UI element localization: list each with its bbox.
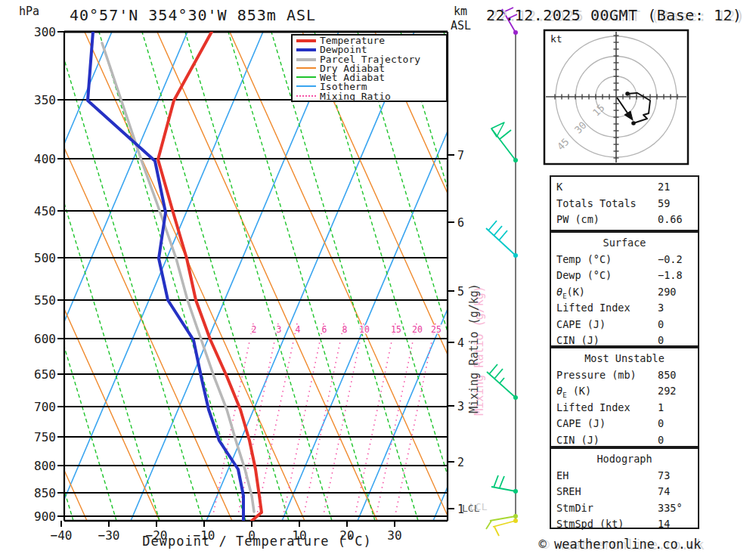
table-section-surface: SurfaceTemp (°C)−0.2Dewp (°C)−1.8θE(K)29… (550, 231, 699, 347)
table-row-value: 0 (658, 432, 664, 449)
pressure-grid: 300350400450500550600650700750800850900−… (34, 25, 464, 543)
table-section: K21Totals Totals59PW (cm)0.66 (550, 175, 699, 231)
table-row: EH73 (551, 468, 698, 484)
table-row-label: PW (cm) (556, 212, 600, 228)
table-row-value: 73 (658, 468, 670, 484)
svg-text:20: 20 (412, 324, 423, 335)
table-row-value: 0.66 (658, 212, 683, 228)
table-row: PW (cm)0.66 (551, 212, 698, 228)
table-row-label: CIN (J) (556, 432, 600, 449)
svg-text:10: 10 (359, 324, 370, 335)
dewpoint-curve (88, 32, 243, 521)
legend-swatch (296, 95, 316, 97)
svg-text:6: 6 (322, 324, 327, 335)
table-row-value: 335° (658, 500, 683, 517)
mixing-ratio-axis-label: Mixing Ratio (g/kg) (467, 250, 481, 447)
table-row-label: Totals Totals (556, 196, 637, 212)
legend-swatch (296, 39, 316, 42)
table-row-label: Lifted Index (556, 400, 631, 416)
table-row: Dewp (°C)−1.8 (551, 268, 698, 284)
legend-item-wet-adiabat: Wet Adiabat (293, 73, 446, 82)
svg-text:7: 7 (457, 149, 464, 162)
svg-text:400: 400 (34, 152, 56, 166)
table-row-label: Temp (°C) (556, 252, 612, 268)
svg-text:3: 3 (277, 324, 282, 335)
table-section-hodograph: HodographEH73SREH74StmDir335°StmSpd (kt)… (550, 447, 699, 529)
lcl-marker: LCL (462, 503, 479, 514)
svg-text:8: 8 (342, 324, 348, 335)
svg-text:4: 4 (296, 324, 301, 335)
svg-text:600: 600 (34, 332, 56, 346)
table-row-value: 0 (658, 317, 664, 333)
svg-text:4: 4 (457, 336, 464, 350)
table-row-value: −0.2 (658, 252, 683, 268)
table-row-value: 850 (658, 367, 676, 384)
legend-item-temperature: Temperature (293, 36, 446, 45)
svg-text:2: 2 (252, 324, 257, 335)
page-title: 40°57'N 354°30'W 853m ASL (70, 6, 316, 24)
table-row-label: K (556, 179, 562, 196)
table-row-label: CAPE (J) (556, 317, 606, 333)
table-section-header: Hodograph (551, 451, 698, 468)
svg-text:300: 300 (34, 25, 56, 39)
svg-text:850: 850 (34, 486, 56, 500)
table-row-label: SREH (556, 484, 581, 500)
table-row: Totals Totals59 (551, 196, 698, 212)
table-row-value: 59 (658, 196, 670, 212)
table-row: K21 (551, 179, 698, 196)
copyright-watermark: © weatheronline.co.uk (495, 537, 745, 552)
legend-swatch (296, 85, 316, 87)
table-row-label: EH (556, 468, 569, 484)
svg-text:25: 25 (431, 324, 442, 335)
sounding-curves (88, 32, 262, 521)
wind-barb (493, 518, 518, 536)
svg-text:5: 5 (457, 285, 464, 299)
pressure-unit-label: hPa (19, 5, 39, 18)
table-section-header: Most Unstable (551, 351, 698, 367)
table-row-label: StmDir (556, 500, 593, 517)
svg-text:15: 15 (391, 324, 401, 335)
table-row-label: CAPE (J) (556, 416, 606, 432)
svg-text:900: 900 (34, 509, 56, 524)
svg-text:2: 2 (457, 456, 464, 469)
svg-text:350: 350 (34, 93, 56, 107)
legend-box: TemperatureDewpointParcel TrajectoryDry … (291, 34, 448, 102)
svg-text:800: 800 (34, 459, 56, 473)
wind-barb (487, 364, 518, 400)
table-row-value: 14 (658, 516, 670, 533)
table-row: SREH74 (551, 484, 698, 500)
table-row-value: 74 (658, 484, 670, 500)
table-row-label: Lifted Index (556, 300, 631, 317)
table-row: CIN (J)0 (551, 432, 698, 449)
table-row: CAPE (J)0 (551, 416, 698, 432)
hodograph-unit-label: kt (550, 33, 562, 45)
table-row-label: Pressure (mb) (556, 367, 637, 384)
table-section-most-unstable: Most UnstablePressure (mb)850θE (K)292Li… (550, 347, 699, 447)
legend-item-mixing-ratio: Mixing Ratio (293, 91, 446, 101)
table-row-value: 1 (658, 400, 664, 416)
svg-text:650: 650 (34, 367, 56, 382)
legend-swatch (296, 58, 316, 61)
wind-barb (486, 221, 518, 258)
table-row: Lifted Index3 (551, 300, 698, 317)
wind-barb-column (486, 8, 518, 536)
table-row: StmDir335° (551, 500, 698, 517)
run-date-label: 22.12.2025 00GMT (Base: 12) (486, 6, 742, 24)
table-row: Pressure (mb)850 (551, 367, 698, 384)
temperature-curve (158, 32, 262, 521)
svg-text:450: 450 (34, 204, 56, 218)
svg-text:700: 700 (34, 400, 56, 414)
svg-text:3: 3 (457, 400, 464, 413)
table-row: θE(K)290 (551, 284, 698, 301)
table-row-label: Dewp (°C) (556, 268, 612, 284)
table-row: CAPE (J)0 (551, 317, 698, 333)
asl-axis-label: ASL (451, 19, 471, 32)
mixing-ratio-labels: 2346810152025 (252, 324, 442, 335)
table-section-header: Surface (551, 235, 698, 252)
table-row-value: 21 (658, 179, 670, 196)
legend-swatch (296, 67, 316, 69)
parcel-curve (102, 43, 254, 512)
table-row-label: StmSpd (kt) (556, 516, 624, 533)
km-axis-label: km (454, 5, 467, 18)
table-row-value: 3 (658, 300, 664, 317)
